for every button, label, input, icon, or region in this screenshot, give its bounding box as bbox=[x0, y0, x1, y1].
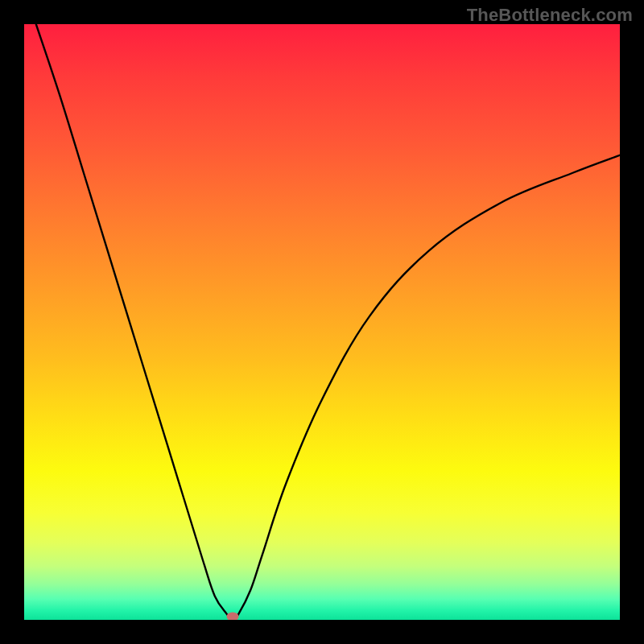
curve-svg bbox=[24, 24, 620, 620]
watermark-text: TheBottleneck.com bbox=[467, 5, 633, 26]
chart-frame: TheBottleneck.com bbox=[0, 0, 644, 644]
optimal-point-marker bbox=[227, 613, 239, 620]
plot-area bbox=[24, 24, 620, 620]
bottleneck-curve bbox=[36, 24, 620, 620]
